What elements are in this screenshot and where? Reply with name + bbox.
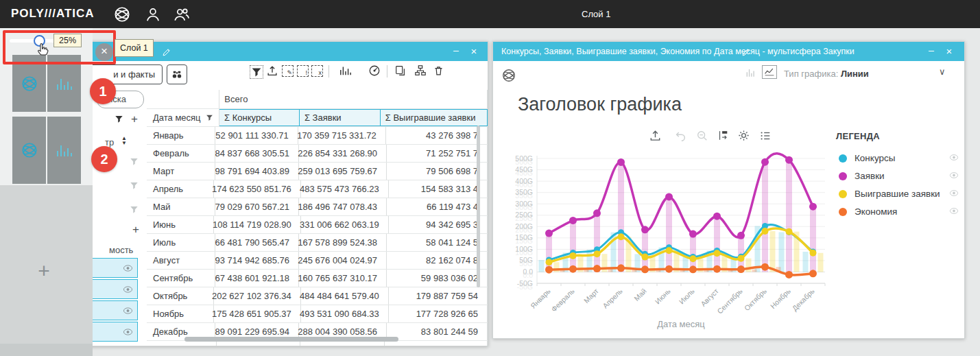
sphere-icon[interactable] bbox=[501, 68, 516, 83]
value-cell[interactable]: 66 481 790 565.47 bbox=[215, 234, 299, 251]
value-cell[interactable]: 483 575 473 766.23 bbox=[301, 180, 389, 198]
undo-icon[interactable] bbox=[674, 130, 686, 142]
row-label-cell[interactable]: Март bbox=[147, 163, 215, 180]
gauge-view-icon[interactable] bbox=[368, 64, 381, 77]
panel-swap-icon[interactable] bbox=[717, 129, 729, 142]
value-cell[interactable]: 83 801 244 59 bbox=[387, 323, 488, 340]
eye-icon[interactable] bbox=[123, 307, 133, 315]
value-cell[interactable]: 167 578 899 524.38 bbox=[299, 234, 387, 251]
value-cell[interactable]: 174 623 550 851.76 bbox=[214, 180, 301, 198]
users-group-icon[interactable] bbox=[173, 5, 191, 23]
chart-canvas[interactable]: 500G500G450G450G400G400G350G350G300G300G… bbox=[508, 146, 830, 337]
copy-icon[interactable] bbox=[394, 64, 407, 77]
add-mark-icon[interactable]: ✎ bbox=[282, 65, 294, 77]
table-row[interactable]: Июль66 481 790 565.47167 578 899 524.385… bbox=[147, 234, 488, 252]
value-cell[interactable]: 179 887 759 54 bbox=[389, 287, 488, 305]
filter-slot-icon[interactable] bbox=[130, 205, 139, 214]
data-point[interactable] bbox=[689, 230, 697, 238]
data-point[interactable] bbox=[738, 255, 745, 262]
column-filter-icon[interactable] bbox=[206, 114, 213, 121]
legend-item[interactable]: Конкурсы bbox=[839, 152, 959, 165]
data-point[interactable] bbox=[809, 203, 817, 211]
export-icon[interactable] bbox=[266, 64, 278, 77]
data-point[interactable] bbox=[690, 255, 697, 262]
data-point[interactable] bbox=[594, 250, 601, 257]
dimension-filter-icon[interactable] bbox=[115, 115, 123, 123]
vertical-scrollbar[interactable] bbox=[477, 126, 480, 287]
data-point[interactable] bbox=[569, 217, 577, 224]
add-fact-icon[interactable]: + bbox=[132, 223, 139, 237]
value-cell[interactable]: 175 428 651 905.37 bbox=[214, 305, 301, 322]
table-row[interactable]: Март98 791 694 403.89259 013 695 759.677… bbox=[147, 163, 488, 180]
table-row[interactable]: Август93 714 942 685.76245 676 004 024.9… bbox=[147, 252, 488, 270]
row-label-cell[interactable]: Июль bbox=[147, 234, 215, 251]
user-icon[interactable] bbox=[144, 5, 162, 23]
column-header[interactable]: Дата месяц bbox=[147, 109, 219, 126]
value-cell[interactable]: 108 114 719 028.90 bbox=[214, 216, 301, 233]
value-cell[interactable]: 202 627 102 376.34 bbox=[214, 287, 301, 305]
row-label-cell[interactable]: Октябрь bbox=[147, 287, 214, 305]
data-point[interactable] bbox=[618, 233, 625, 240]
row-label-cell[interactable]: Май bbox=[147, 198, 215, 215]
value-cell[interactable]: 71 252 751 7 bbox=[387, 145, 488, 162]
table-total-row[interactable]: Всего1 293 080 733 0303 497 347 288 4431… bbox=[147, 341, 488, 346]
export-chart-icon[interactable] bbox=[649, 129, 662, 142]
value-cell[interactable]: 82 162 074 8 bbox=[387, 252, 488, 269]
value-cell[interactable]: 43 276 398 7 bbox=[386, 127, 488, 144]
column-header[interactable]: Σ Выигравшие заявки bbox=[381, 109, 488, 126]
chart-view-icon[interactable] bbox=[339, 64, 352, 77]
table-row[interactable]: Май79 029 670 567.21186 496 747 078.4366… bbox=[147, 198, 488, 216]
value-cell[interactable]: 154 583 313 4 bbox=[389, 180, 488, 198]
data-point[interactable] bbox=[593, 209, 601, 217]
data-point[interactable] bbox=[785, 271, 793, 278]
data-point[interactable] bbox=[737, 265, 745, 273]
structure-icon[interactable] bbox=[414, 64, 427, 77]
data-point[interactable] bbox=[785, 156, 793, 164]
row-label-cell[interactable]: Август bbox=[147, 252, 215, 269]
data-point[interactable] bbox=[810, 250, 817, 257]
layer-thumbnail-1[interactable] bbox=[12, 55, 81, 112]
zoom-reset-icon[interactable] bbox=[696, 130, 708, 142]
value-cell[interactable]: 67 438 601 921.18 bbox=[215, 270, 299, 287]
minimize-button[interactable]: – bbox=[451, 45, 462, 56]
eye-icon[interactable] bbox=[949, 189, 959, 197]
row-label-cell[interactable]: Всего bbox=[147, 341, 217, 346]
value-cell[interactable]: 84 837 668 305.51 bbox=[215, 145, 299, 162]
value-cell[interactable]: 59 983 036 02 bbox=[387, 270, 488, 287]
layer-thumbnail-2[interactable] bbox=[12, 117, 81, 184]
legend-item[interactable]: Заявки bbox=[839, 169, 959, 183]
data-point[interactable] bbox=[593, 265, 601, 272]
value-cell[interactable]: 52 901 111 330.71 bbox=[215, 127, 298, 144]
data-point[interactable] bbox=[617, 264, 625, 272]
add-layer-panel[interactable]: + bbox=[0, 185, 93, 344]
data-point[interactable] bbox=[569, 265, 577, 273]
table-row[interactable]: Сентябрь67 438 601 921.18160 765 637 310… bbox=[147, 270, 488, 287]
filter-icon[interactable] bbox=[250, 65, 263, 79]
rename-pencil-icon[interactable] bbox=[162, 47, 172, 58]
data-point[interactable] bbox=[666, 247, 673, 254]
data-point[interactable] bbox=[665, 265, 673, 273]
data-point[interactable] bbox=[545, 230, 553, 237]
bar-type-icon[interactable] bbox=[745, 67, 757, 79]
clear-mark-icon[interactable]: x bbox=[311, 65, 323, 77]
row-label-cell[interactable]: Апрель bbox=[147, 180, 214, 198]
value-cell[interactable]: 484 484 641 579.40 bbox=[301, 287, 389, 305]
row-label-cell[interactable]: Июнь bbox=[147, 216, 214, 233]
table-row[interactable]: Октябрь202 627 102 376.34484 484 641 579… bbox=[147, 287, 488, 305]
value-cell[interactable]: 331 006 662 063.19 bbox=[301, 216, 389, 233]
value-cell[interactable]: 170 359 715 331.72 bbox=[298, 127, 386, 144]
data-point[interactable] bbox=[641, 226, 649, 233]
value-cell[interactable]: 94 342 695 3 bbox=[389, 216, 488, 233]
rename-pencil-icon[interactable] bbox=[741, 47, 752, 58]
table-row[interactable]: Апрель174 623 550 851.76483 575 473 766.… bbox=[147, 180, 488, 198]
close-button[interactable]: × bbox=[468, 45, 479, 57]
data-point[interactable] bbox=[809, 270, 817, 277]
value-cell[interactable]: 79 029 670 567.21 bbox=[215, 198, 299, 215]
gear-icon[interactable] bbox=[737, 129, 750, 142]
data-point[interactable] bbox=[761, 158, 769, 166]
value-cell[interactable]: 79 506 698 7 bbox=[387, 163, 488, 180]
value-cell[interactable]: 160 765 637 310.17 bbox=[299, 270, 387, 287]
eye-icon[interactable] bbox=[949, 207, 959, 215]
chevron-down-icon[interactable]: ∨ bbox=[939, 67, 946, 77]
eye-icon[interactable] bbox=[123, 264, 133, 272]
